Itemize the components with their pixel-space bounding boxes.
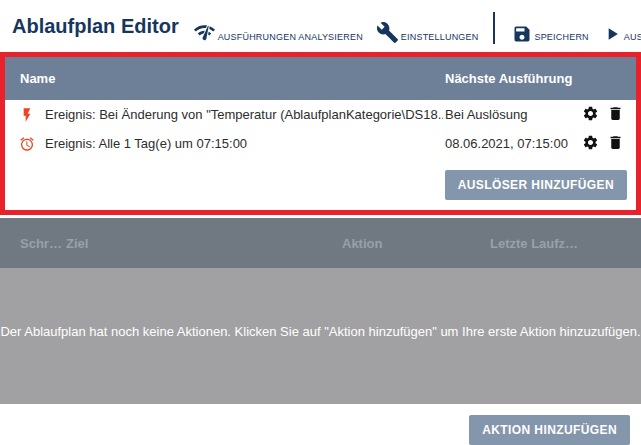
column-header-next-execution: Nächste Ausführung: [445, 71, 572, 86]
settings-label: EINSTELLUNGEN: [401, 32, 479, 42]
column-header-name: Name: [20, 71, 55, 86]
play-icon: [602, 24, 622, 44]
run-label: AUSFÜHREN: [624, 32, 641, 42]
column-header-step: Schr…: [20, 236, 62, 251]
page-title: Ablaufplan Editor: [12, 15, 179, 38]
trigger-next-execution: Bei Auslösung: [445, 107, 527, 122]
flash-icon: [19, 107, 35, 123]
empty-actions-message: Der Ablaufplan hat noch keine Aktionen. …: [0, 324, 641, 339]
actions-empty-area: Der Ablaufplan hat noch keine Aktionen. …: [0, 268, 641, 404]
trigger-row-actions: [582, 134, 624, 154]
toolbar: AUSFÜHRUNGEN ANALYSIEREN EINSTELLUNGEN S…: [193, 12, 641, 44]
add-trigger-button[interactable]: AUSLÖSER HINZUFÜGEN: [445, 170, 627, 200]
trigger-name: Ereignis: Alle 1 Tag(e) um 07:15:00: [45, 136, 247, 151]
toolbar-divider: [493, 12, 495, 44]
alarm-icon: [19, 136, 35, 152]
column-header-action: Aktion: [342, 236, 382, 251]
column-header-target: Ziel: [66, 236, 88, 251]
trigger-delete-button[interactable]: [607, 105, 624, 125]
wrench-icon: [376, 21, 399, 44]
save-button[interactable]: SPEICHERN: [512, 24, 588, 44]
trigger-row[interactable]: Ereignis: Bei Änderung von "Temperatur (…: [5, 100, 636, 129]
trash-icon: [607, 105, 624, 125]
trigger-row-actions: [582, 105, 624, 125]
actions-table-header: Schr… Ziel Aktion Letzte Laufz…: [0, 218, 641, 268]
add-action-button[interactable]: AKTION HINZUFÜGEN: [469, 415, 630, 445]
analyze-executions-button[interactable]: AUSFÜHRUNGEN ANALYSIEREN: [193, 21, 363, 44]
trigger-name: Ereignis: Bei Änderung von "Temperatur (…: [45, 107, 443, 122]
triggers-footer: AUSLÖSER HINZUFÜGEN: [5, 158, 636, 200]
settings-gear-icon: [582, 134, 599, 154]
save-label: SPEICHERN: [534, 32, 588, 42]
settings-button[interactable]: EINSTELLUNGEN: [376, 21, 479, 44]
settings-gear-icon: [582, 105, 599, 125]
bottom-bar: AKTION HINZUFÜGEN: [0, 404, 641, 445]
header: Ablaufplan Editor AUSFÜHRUNGEN ANALYSIER…: [0, 0, 641, 52]
column-header-last-runtime: Letzte Laufz…: [490, 236, 578, 251]
actions-section-disabled: Schr… Ziel Aktion Letzte Laufz… Der Abla…: [0, 218, 641, 404]
run-button[interactable]: AUSFÜHREN: [602, 24, 641, 44]
trash-icon: [607, 134, 624, 154]
network-check-icon: [193, 21, 216, 44]
trigger-delete-button[interactable]: [607, 134, 624, 154]
trigger-next-execution: 08.06.2021, 07:15:00: [445, 136, 568, 151]
trigger-row[interactable]: Ereignis: Alle 1 Tag(e) um 07:15:00 08.0…: [5, 129, 636, 158]
triggers-section-highlighted: Name Nächste Ausführung Ereignis: Bei Än…: [0, 52, 641, 215]
triggers-table-header: Name Nächste Ausführung: [5, 57, 636, 100]
trigger-settings-button[interactable]: [582, 105, 599, 125]
analyze-executions-label: AUSFÜHRUNGEN ANALYSIEREN: [218, 32, 363, 42]
trigger-settings-button[interactable]: [582, 134, 599, 154]
save-icon: [512, 24, 532, 44]
